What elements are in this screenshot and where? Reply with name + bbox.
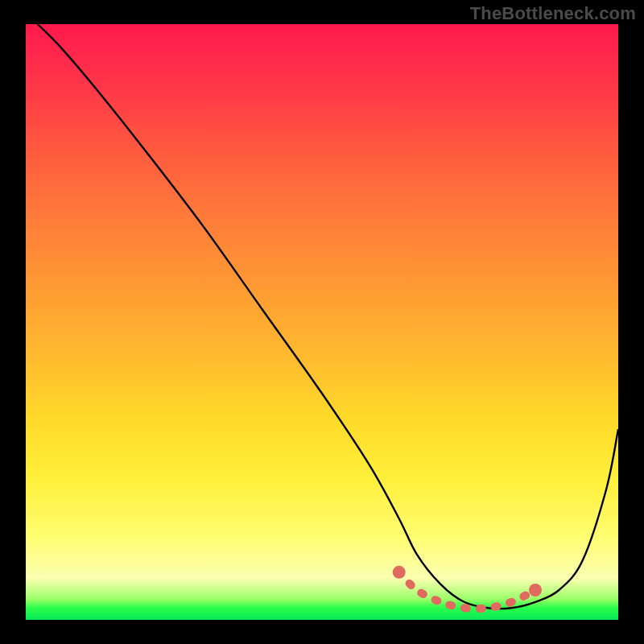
marker-dot-end [529, 584, 542, 597]
watermark-text: TheBottleneck.com [470, 3, 636, 24]
chart-frame: TheBottleneck.com [0, 0, 644, 644]
chart-svg [26, 24, 618, 620]
plot-area [26, 24, 618, 620]
marker-dot-start [393, 566, 406, 579]
bottleneck-curve [38, 24, 618, 609]
